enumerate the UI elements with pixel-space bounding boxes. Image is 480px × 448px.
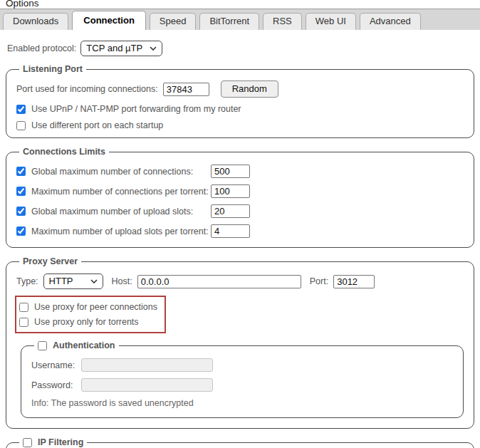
upnp-label: Use UPnP / NAT-PMP port forwarding from … <box>31 104 241 114</box>
max-upload-slots-per-torrent-label: Maximum number of upload slots per torre… <box>31 226 211 236</box>
enabled-protocol-value: TCP and µTP <box>86 43 142 53</box>
proxy-only-torrents-label: Use proxy only for torrents <box>34 317 139 327</box>
different-port-label: Use different port on each startup <box>31 120 163 130</box>
global-max-upload-slots-checkbox[interactable] <box>16 207 26 216</box>
connections-limits-legend: Connections Limits <box>19 147 109 157</box>
global-max-upload-slots-row[interactable]: Global maximum number of upload slots: <box>16 207 211 217</box>
random-port-button[interactable]: Random <box>221 80 278 98</box>
max-connections-per-torrent-row[interactable]: Maximum number of connections per torren… <box>16 187 211 197</box>
ip-filtering-section: IP Filtering Filter path (.dat, .p2p, .p… <box>6 437 474 448</box>
username-input <box>81 358 213 372</box>
authentication-section: Authentication Username: Password: Info:… <box>21 340 464 418</box>
proxy-type-value: HTTP <box>49 276 73 286</box>
chevron-down-icon <box>90 279 98 283</box>
incoming-port-input[interactable] <box>163 83 209 96</box>
max-upload-slots-per-torrent-input[interactable] <box>211 224 250 238</box>
password-label: Password: <box>31 380 81 390</box>
connections-limits-section: Connections Limits Global maximum number… <box>6 147 474 248</box>
tab-advanced[interactable]: Advanced <box>360 13 421 30</box>
username-label: Username: <box>31 360 81 370</box>
global-max-upload-slots-input[interactable] <box>211 204 250 218</box>
proxy-peer-connections-label: Use proxy for peer connections <box>34 302 157 312</box>
global-max-connections-label: Global maximum number of connections: <box>31 167 211 177</box>
ip-filtering-legend-label: IP Filtering <box>38 437 83 447</box>
page-title: Options <box>0 0 480 9</box>
connection-tab-panel: Enabled protocol: TCP and µTP Listening … <box>0 30 480 448</box>
options-window: Options Downloads Connection Speed BitTo… <box>0 0 480 448</box>
annotation-highlight-box: Use proxy for peer connections Use proxy… <box>15 296 166 333</box>
authentication-toggle-row[interactable]: Authentication <box>38 340 115 350</box>
max-upload-slots-per-torrent-row[interactable]: Maximum number of upload slots per torre… <box>16 226 211 236</box>
ip-filtering-legend: IP Filtering <box>19 437 87 447</box>
proxy-port-input[interactable] <box>333 275 375 288</box>
proxy-server-legend: Proxy Server <box>19 256 81 266</box>
proxy-peer-connections-row[interactable]: Use proxy for peer connections <box>19 302 157 312</box>
tab-webui[interactable]: Web UI <box>306 13 356 30</box>
different-port-checkbox-row[interactable]: Use different port on each startup <box>16 120 465 130</box>
enabled-protocol-label: Enabled protocol: <box>7 43 76 53</box>
proxy-server-section: Proxy Server Type: HTTP Host: Port: Use … <box>6 256 474 429</box>
tab-bar: Downloads Connection Speed BitTorrent RS… <box>0 9 480 30</box>
proxy-only-torrents-row[interactable]: Use proxy only for torrents <box>19 317 157 327</box>
tab-connection[interactable]: Connection <box>72 11 146 30</box>
global-max-connections-row[interactable]: Global maximum number of connections: <box>16 167 211 177</box>
proxy-type-label: Type: <box>16 276 38 286</box>
tab-downloads[interactable]: Downloads <box>3 13 68 30</box>
global-max-connections-input[interactable] <box>211 165 250 178</box>
upnp-checkbox-row[interactable]: Use UPnP / NAT-PMP port forwarding from … <box>16 104 465 114</box>
authentication-checkbox[interactable] <box>38 341 47 350</box>
tab-speed[interactable]: Speed <box>150 13 197 30</box>
ip-filtering-toggle-row[interactable]: IP Filtering <box>23 437 83 447</box>
max-connections-per-torrent-checkbox[interactable] <box>16 187 26 196</box>
global-max-connections-checkbox[interactable] <box>16 167 26 176</box>
tab-bittorrent[interactable]: BitTorrent <box>199 13 259 30</box>
proxy-type-select[interactable]: HTTP <box>43 274 103 289</box>
ip-filtering-checkbox[interactable] <box>23 438 32 447</box>
chevron-down-icon <box>150 46 157 51</box>
proxy-peer-connections-checkbox[interactable] <box>19 303 28 312</box>
authentication-legend-label: Authentication <box>53 340 115 350</box>
password-info-text: Info: The password is saved unencrypted <box>31 398 454 408</box>
listening-port-legend: Listening Port <box>19 64 86 74</box>
max-connections-per-torrent-label: Maximum number of connections per torren… <box>31 187 211 197</box>
listening-port-section: Listening Port Port used for incoming co… <box>6 64 474 138</box>
incoming-port-label: Port used for incoming connections: <box>16 84 158 94</box>
proxy-host-label: Host: <box>112 276 132 286</box>
max-upload-slots-per-torrent-checkbox[interactable] <box>16 226 26 236</box>
max-connections-per-torrent-input[interactable] <box>211 184 250 198</box>
global-max-upload-slots-label: Global maximum number of upload slots: <box>31 207 211 217</box>
proxy-host-input[interactable] <box>137 275 301 288</box>
authentication-legend: Authentication <box>34 340 119 350</box>
proxy-port-label: Port: <box>310 276 328 286</box>
tab-rss[interactable]: RSS <box>263 13 302 30</box>
upnp-checkbox[interactable] <box>16 105 26 114</box>
enabled-protocol-select[interactable]: TCP and µTP <box>80 41 162 56</box>
different-port-checkbox[interactable] <box>16 121 26 130</box>
proxy-only-torrents-checkbox[interactable] <box>19 318 28 327</box>
password-input <box>81 378 213 392</box>
